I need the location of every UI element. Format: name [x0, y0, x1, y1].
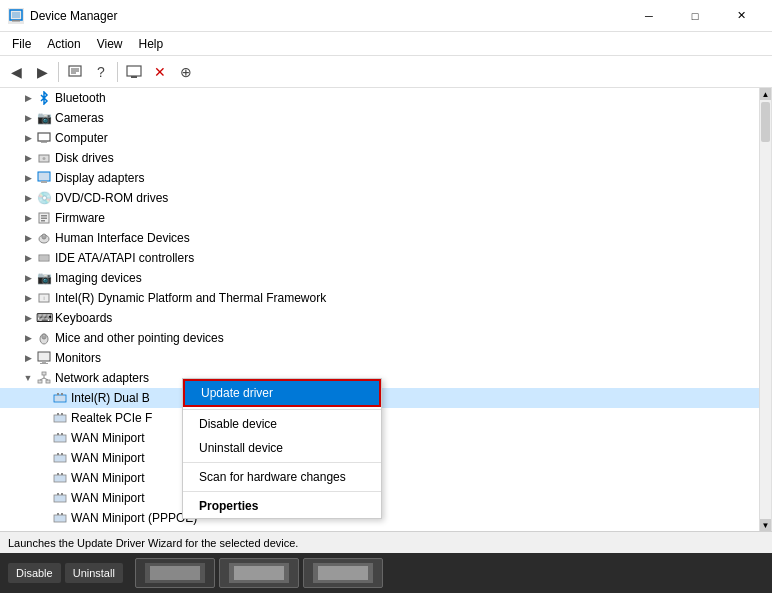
toolbar-properties[interactable] [63, 60, 87, 84]
hid-icon [36, 230, 52, 246]
tree-label-computer: Computer [55, 131, 108, 145]
svg-rect-25 [40, 259, 48, 260]
status-bar: Launches the Update Driver Wizard for th… [0, 531, 772, 553]
tree-item-mice[interactable]: ▶ Mice and other pointing devices [0, 328, 771, 348]
tree-label-wan-pppoe: WAN Miniport (PPPOE) [71, 511, 197, 525]
expander-keyboards[interactable]: ▶ [20, 310, 36, 326]
tree-item-intel-framework[interactable]: ▶ i Intel(R) Dynamic Platform and Therma… [0, 288, 771, 308]
toolbar-forward[interactable]: ▶ [30, 60, 54, 84]
tree-label-keyboards: Keyboards [55, 311, 112, 325]
scrollbar-down[interactable]: ▼ [760, 519, 771, 531]
scrollbar-thumb[interactable] [761, 102, 770, 142]
tree-label-intel-framework: Intel(R) Dynamic Platform and Thermal Fr… [55, 291, 326, 305]
tree-item-realtek[interactable]: ▶ Realtek PCIe F [0, 408, 771, 428]
tree-view[interactable]: ▶ Bluetooth ▶ 📷 Cameras ▶ [0, 88, 772, 531]
svg-rect-59 [57, 513, 59, 515]
uninstall-label: Uninstall device [199, 441, 283, 455]
expander-bluetooth[interactable]: ▶ [20, 90, 36, 106]
context-menu-properties[interactable]: Properties [183, 494, 381, 518]
svg-rect-18 [41, 218, 47, 220]
menu-view[interactable]: View [89, 34, 131, 54]
tree-item-bluetooth[interactable]: ▶ Bluetooth [0, 88, 771, 108]
svg-rect-1 [12, 12, 20, 18]
context-menu-disable[interactable]: Disable device [183, 412, 381, 436]
scrollbar-up[interactable]: ▲ [760, 88, 771, 100]
tree-label-dvd: DVD/CD-ROM drives [55, 191, 168, 205]
context-menu-scan[interactable]: Scan for hardware changes [183, 465, 381, 489]
keyboards-icon: ⌨ [36, 310, 52, 326]
context-menu-uninstall[interactable]: Uninstall device [183, 436, 381, 460]
intel-framework-icon: i [36, 290, 52, 306]
tree-item-display[interactable]: ▶ Display adapters [0, 168, 771, 188]
svg-rect-57 [61, 493, 63, 495]
toolbar-delete[interactable]: ✕ [148, 60, 172, 84]
scrollbar-track[interactable]: ▲ ▼ [759, 88, 771, 531]
expander-mice[interactable]: ▶ [20, 330, 36, 346]
svg-rect-35 [38, 380, 42, 383]
tree-label-imaging: Imaging devices [55, 271, 142, 285]
expander-cameras[interactable]: ▶ [20, 110, 36, 126]
tree-item-network[interactable]: ▼ Network adapters [0, 368, 771, 388]
toolbar-scan[interactable]: ⊕ [174, 60, 198, 84]
tree-item-monitors[interactable]: ▶ Monitors [0, 348, 771, 368]
svg-rect-53 [57, 473, 59, 475]
expander-ide[interactable]: ▶ [20, 250, 36, 266]
expander-computer[interactable]: ▶ [20, 130, 36, 146]
tree-item-wan-pppoe[interactable]: ▶ WAN Miniport (PPPOE) [0, 508, 771, 528]
context-menu-update-driver[interactable]: Update driver [183, 379, 381, 407]
cameras-icon: 📷 [36, 110, 52, 126]
window-controls[interactable]: ─ □ ✕ [626, 6, 764, 26]
tree-label-wan4: WAN Miniport [71, 491, 145, 505]
tree-label-realtek: Realtek PCIe F [71, 411, 152, 425]
taskbar-disable-btn[interactable]: Disable [8, 563, 61, 583]
svg-rect-9 [38, 133, 50, 141]
expander-disk[interactable]: ▶ [20, 150, 36, 166]
menu-help[interactable]: Help [131, 34, 172, 54]
scan-label: Scan for hardware changes [199, 470, 346, 484]
svg-rect-60 [61, 513, 63, 515]
expander-intel-framework[interactable]: ▶ [20, 290, 36, 306]
realtek-icon [52, 410, 68, 426]
taskbar-uninstall-btn[interactable]: Uninstall [65, 563, 123, 583]
toolbar-help[interactable]: ? [89, 60, 113, 84]
taskbar-thumb2[interactable] [219, 558, 299, 588]
expander-dvd[interactable]: ▶ [20, 190, 36, 206]
taskbar-preview [135, 558, 383, 588]
svg-text:i: i [43, 295, 44, 301]
tree-item-wan1[interactable]: ▶ WAN Miniport [0, 428, 771, 448]
close-button[interactable]: ✕ [718, 6, 764, 26]
expander-imaging[interactable]: ▶ [20, 270, 36, 286]
tree-item-hid[interactable]: ▶ Human Interface Devices [0, 228, 771, 248]
tree-item-wan3[interactable]: ▶ WAN Miniport [0, 468, 771, 488]
tree-item-ide[interactable]: ▶ IDE ATA/ATAPI controllers [0, 248, 771, 268]
tree-label-wan1: WAN Miniport [71, 431, 145, 445]
tree-item-firmware[interactable]: ▶ Firmware [0, 208, 771, 228]
tree-item-wan-pptp[interactable]: ▶ WAN Miniport (PPTP) [0, 528, 771, 531]
tree-item-wan2[interactable]: ▶ WAN Miniport [0, 448, 771, 468]
disk-icon [36, 150, 52, 166]
expander-monitors[interactable]: ▶ [20, 350, 36, 366]
maximize-button[interactable]: □ [672, 6, 718, 26]
tree-item-imaging[interactable]: ▶ 📷 Imaging devices [0, 268, 771, 288]
expander-network[interactable]: ▼ [20, 370, 36, 386]
expander-hid[interactable]: ▶ [20, 230, 36, 246]
tree-label-display: Display adapters [55, 171, 144, 185]
tree-item-wan4[interactable]: ▶ WAN Miniport [0, 488, 771, 508]
svg-rect-46 [54, 435, 66, 442]
taskbar-thumb1[interactable] [135, 558, 215, 588]
tree-item-computer[interactable]: ▶ Computer [0, 128, 771, 148]
menu-file[interactable]: File [4, 34, 39, 54]
taskbar-thumb3[interactable] [303, 558, 383, 588]
tree-item-disk[interactable]: ▶ Disk drives [0, 148, 771, 168]
tree-item-intel-dual[interactable]: ▶ Intel(R) Dual B [0, 388, 771, 408]
context-menu-sep2 [183, 462, 381, 463]
tree-item-cameras[interactable]: ▶ 📷 Cameras [0, 108, 771, 128]
expander-display[interactable]: ▶ [20, 170, 36, 186]
minimize-button[interactable]: ─ [626, 6, 672, 26]
tree-item-keyboards[interactable]: ▶ ⌨ Keyboards [0, 308, 771, 328]
toolbar-back[interactable]: ◀ [4, 60, 28, 84]
toolbar-monitor[interactable] [122, 60, 146, 84]
menu-action[interactable]: Action [39, 34, 88, 54]
tree-item-dvd[interactable]: ▶ 💿 DVD/CD-ROM drives [0, 188, 771, 208]
expander-firmware[interactable]: ▶ [20, 210, 36, 226]
